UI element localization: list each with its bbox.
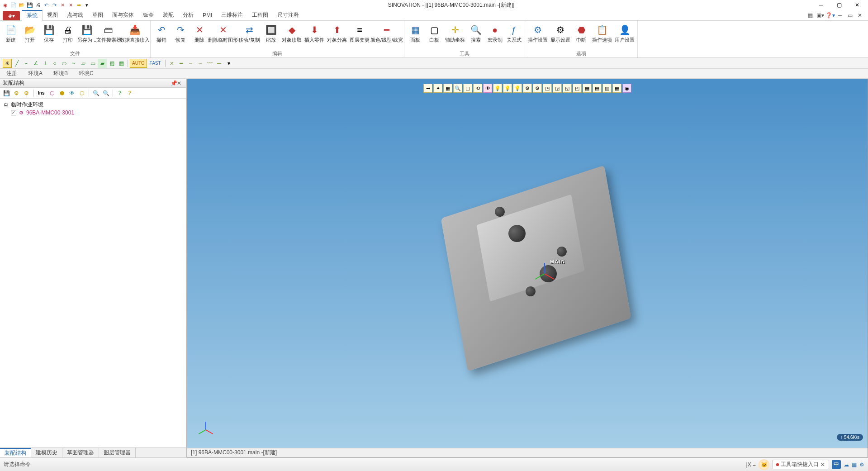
- saveas-button[interactable]: 💾另存为...: [78, 23, 96, 43]
- redo-button[interactable]: ↷恢复: [171, 23, 190, 43]
- linetype-1-icon[interactable]: ⤫: [167, 59, 176, 68]
- ptb-d2-icon[interactable]: ⬢: [57, 89, 66, 98]
- tree-checkbox[interactable]: ✓: [11, 110, 16, 115]
- tool-arc-icon[interactable]: ⌢: [22, 59, 31, 68]
- objsep-button[interactable]: ⬆对象分离: [326, 23, 348, 43]
- inner-close-icon[interactable]: ✕: [856, 12, 863, 19]
- tool-box-icon[interactable]: ▭: [88, 59, 97, 68]
- tab-3dannotate[interactable]: 三维标注: [217, 10, 247, 20]
- open-button[interactable]: 📂打开: [21, 23, 39, 43]
- tab-pointline[interactable]: 点与线: [62, 10, 88, 20]
- vp-btn-16[interactable]: ◰: [573, 84, 582, 93]
- window-icon[interactable]: ▣▾: [816, 12, 824, 19]
- tree-root-row[interactable]: 🗂 临时作业环境: [3, 100, 183, 109]
- ctab-envb[interactable]: 环境B: [50, 69, 71, 78]
- tab-surface[interactable]: 面与实体: [108, 10, 138, 20]
- help-icon[interactable]: ❓▾: [826, 12, 834, 19]
- vp-btn-17[interactable]: ▦: [583, 84, 592, 93]
- linetype-2-icon[interactable]: ━: [177, 59, 186, 68]
- ptb-find2-icon[interactable]: 🔍: [101, 89, 110, 98]
- insertpart-button[interactable]: ⬇插入零件: [304, 23, 325, 43]
- ptb-d1-icon[interactable]: ⬡: [47, 89, 57, 98]
- vp-btn-20[interactable]: ▦: [612, 84, 621, 93]
- ctab-enva[interactable]: 环境A: [24, 69, 46, 78]
- tool-line-icon[interactable]: ╱: [12, 59, 21, 68]
- qat-new-icon[interactable]: 📄: [10, 1, 17, 9]
- macro-button[interactable]: ●宏录制: [486, 23, 504, 43]
- movecopy-button[interactable]: ⇄移动/复制: [237, 23, 261, 43]
- qat-save-icon[interactable]: 💾: [26, 1, 33, 9]
- vp-btn-15[interactable]: ◱: [563, 84, 572, 93]
- panel-button[interactable]: ▦面板: [406, 23, 424, 43]
- vp-btn-21[interactable]: ◉: [622, 84, 631, 93]
- qat-more-icon[interactable]: ▾: [83, 1, 90, 9]
- tree-child-row[interactable]: ✓ ⚙ 96BA-MMC00-3001: [3, 109, 183, 117]
- tab-analyze[interactable]: 分析: [178, 10, 198, 20]
- ptb-cog2-icon[interactable]: ⚙: [22, 89, 31, 98]
- 3d-model[interactable]: MAIN: [450, 191, 622, 345]
- vp-btn-5[interactable]: ▢: [463, 84, 472, 93]
- btab-history[interactable]: 建模历史: [31, 448, 62, 457]
- linetype-4-icon[interactable]: ┈: [196, 59, 205, 68]
- btab-sketchmgr[interactable]: 草图管理器: [62, 448, 99, 457]
- tool-fillrect-icon[interactable]: ▰: [98, 59, 107, 68]
- qat-arrow-icon[interactable]: ➡: [75, 1, 82, 9]
- toolbox-entry-button[interactable]: 工具箱快捷入口 ✕: [772, 460, 829, 469]
- qat-print-icon[interactable]: 🖨: [34, 1, 42, 9]
- tab-sheetmetal[interactable]: 钣金: [138, 10, 158, 20]
- tab-sketch[interactable]: 草图: [88, 10, 108, 20]
- dataread-button[interactable]: 📥数据直接读入: [121, 23, 148, 43]
- tab-assembly[interactable]: 装配: [158, 10, 178, 20]
- vp-btn-4[interactable]: 🔍: [453, 84, 462, 93]
- qat-cut-icon[interactable]: ✕: [59, 1, 66, 9]
- opset-button[interactable]: ⚙操作设置: [527, 23, 549, 43]
- vp-btn-3[interactable]: ▦: [443, 84, 452, 93]
- layerchg-button[interactable]: ≡图层变更: [349, 23, 370, 43]
- qat-undo-icon[interactable]: ↶: [43, 1, 50, 9]
- userset-button[interactable]: 👤用户设置: [614, 23, 636, 43]
- app-menu-button[interactable]: ◈▾: [3, 11, 20, 20]
- auto-badge[interactable]: AUTO: [130, 59, 147, 68]
- ptb-q-icon[interactable]: ？: [125, 89, 134, 98]
- tray-icon-1[interactable]: ☁: [844, 461, 849, 468]
- vp-btn-10[interactable]: 💡: [513, 84, 522, 93]
- whiteboard-button[interactable]: ▢白板: [425, 23, 443, 43]
- orientation-triad[interactable]: [201, 416, 219, 434]
- tool-rect-icon[interactable]: ▱: [79, 59, 88, 68]
- linetype-3-icon[interactable]: ┄: [186, 59, 195, 68]
- tab-system[interactable]: 系统: [22, 10, 43, 21]
- qat-redo-icon[interactable]: ↷: [51, 1, 58, 9]
- tab-view[interactable]: 视图: [43, 10, 62, 20]
- dispset-button[interactable]: ⚙显示设置: [550, 23, 571, 43]
- inner-restore-icon[interactable]: ▭: [846, 12, 854, 19]
- ptb-d3-icon[interactable]: ⬡: [77, 89, 86, 98]
- relation-button[interactable]: ƒ关系式: [505, 23, 523, 43]
- vp-btn-14[interactable]: ◲: [553, 84, 562, 93]
- toolbox-close-icon[interactable]: ✕: [821, 461, 825, 468]
- vp-btn-8[interactable]: 💡: [493, 84, 502, 93]
- ctab-register[interactable]: 注册: [3, 69, 21, 78]
- assistant-avatar-icon[interactable]: 🐱: [759, 459, 769, 470]
- deltemp-button[interactable]: ✕删除临时图形: [209, 23, 237, 43]
- tool-angle-icon[interactable]: ∠: [31, 59, 40, 68]
- ctab-envc[interactable]: 环境C: [75, 69, 97, 78]
- linetype-6-icon[interactable]: ─: [215, 59, 224, 68]
- opopt-button[interactable]: 📋操作选项: [591, 23, 613, 43]
- tool-hatch-icon[interactable]: ▨: [107, 59, 116, 68]
- close-button[interactable]: ✕: [848, 0, 866, 10]
- vp-btn-18[interactable]: ▤: [593, 84, 602, 93]
- btab-layermgr[interactable]: 图层管理器: [99, 448, 136, 457]
- vp-btn-13[interactable]: ◳: [543, 84, 552, 93]
- tool-star-icon[interactable]: ✳: [3, 59, 12, 68]
- undo-button[interactable]: ↶撤销: [152, 23, 171, 43]
- color-button[interactable]: ━颜色/线型/线宽: [371, 23, 402, 43]
- vp-btn-2[interactable]: ✦: [433, 84, 442, 93]
- tab-dimension[interactable]: 尺寸注释: [273, 10, 304, 20]
- tray-icon-2[interactable]: ▦: [852, 461, 857, 468]
- zoom-button[interactable]: 🔲缩放: [262, 23, 280, 43]
- vp-btn-6[interactable]: ⟲: [473, 84, 482, 93]
- delete-button[interactable]: ✕删除: [190, 23, 209, 43]
- ptb-help-icon[interactable]: ？: [115, 89, 124, 98]
- ptb-ins-icon[interactable]: Ins: [36, 89, 47, 98]
- vp-btn-12[interactable]: ⚙: [533, 84, 542, 93]
